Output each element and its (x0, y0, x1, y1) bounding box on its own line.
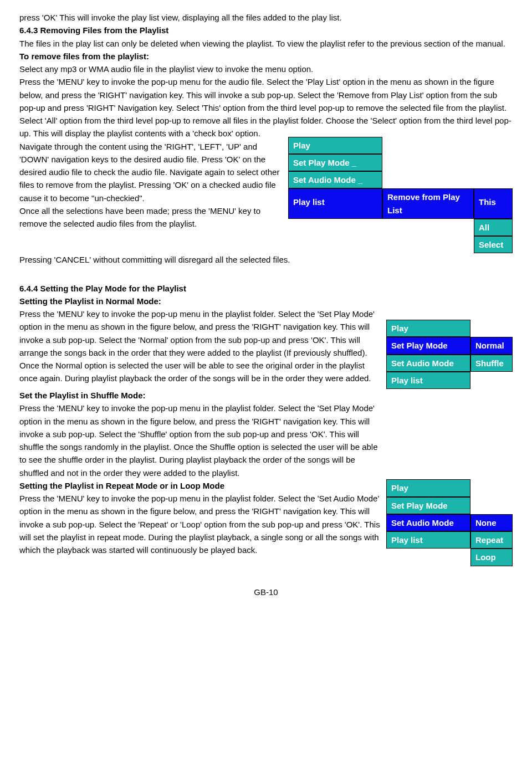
menu2-playlist: Play list (386, 372, 470, 389)
menu3-none: None (470, 514, 513, 531)
menu3-play: Play (386, 479, 470, 496)
p-643-2: Select any mp3 or WMA audio file in the … (19, 63, 513, 75)
sub-644-2: Set the Playlist in Shuffle Mode: (19, 389, 513, 402)
heading-643: 6.4.3 Removing Files from the Playlist (19, 24, 513, 37)
menu2-setplaymode: Set Play Mode (386, 337, 470, 354)
intro-line: press 'OK' This will invoke the play lis… (19, 11, 513, 24)
page-number: GB-10 (19, 586, 513, 598)
p-643-3: Press the 'MENU' key to invoke the pop-u… (19, 75, 513, 140)
menu2-play: Play (386, 320, 470, 337)
menu1-select: Select (474, 236, 513, 253)
menu1-playlist: Play list (288, 188, 382, 219)
sub-643-1: To remove files from the playlist: (19, 50, 513, 63)
menu1-setplaymode: Set Play Mode _ (288, 154, 382, 171)
heading-644: 6.4.4 Setting the Play Mode for the Play… (19, 282, 513, 295)
p-643-6: Pressing 'CANCEL' without committing wil… (19, 253, 513, 266)
menu3-setplaymode: Set Play Mode (386, 497, 470, 514)
menu-remove-playlist: Play Set Play Mode _ Set Audio Mode _ Pl… (288, 137, 513, 254)
menu1-remove: Remove from Play List (382, 188, 474, 219)
p-643-1: The files in the play list can only be d… (19, 37, 513, 50)
menu3-repeat: Repeat (470, 531, 513, 549)
p-644-2: Press the 'MENU' key to invoke the pop-u… (19, 402, 513, 479)
menu3-loop: Loop (470, 549, 513, 566)
menu3-playlist: Play list (386, 531, 470, 549)
menu1-all: All (474, 219, 513, 236)
menu2-setaudiomode: Set Audio Mode (386, 355, 470, 372)
sub-644-1: Setting the Playlist in Normal Mode: (19, 295, 513, 308)
menu2-normal: Normal (470, 337, 513, 354)
menu1-this: This (474, 188, 513, 219)
menu-setplaymode: Play Set Play Mode Normal Set Audio Mode… (386, 320, 513, 389)
menu3-setaudiomode: Set Audio Mode (386, 514, 470, 531)
menu2-shuffle: Shuffle (470, 355, 513, 372)
menu1-play: Play (288, 137, 382, 154)
menu1-setaudiomode: Set Audio Mode _ (288, 171, 382, 188)
menu-setaudiomode: Play Set Play Mode Set Audio Mode None P… (386, 479, 513, 566)
